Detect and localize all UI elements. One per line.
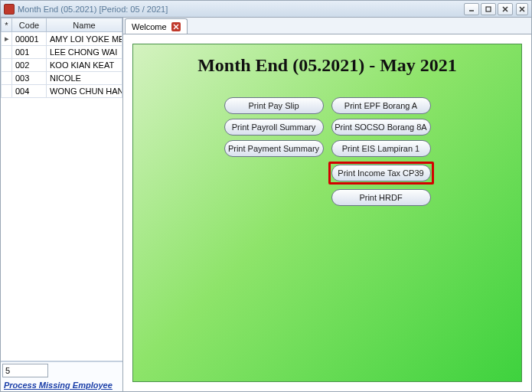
window-title: Month End (05.2021) [Period: 05 / 2021] bbox=[18, 5, 168, 14]
print-payment-summary-button[interactable]: Print Payment Summary bbox=[224, 140, 324, 157]
row-indicator bbox=[2, 85, 12, 98]
cell-code: 00001 bbox=[12, 32, 47, 46]
svg-rect-1 bbox=[486, 7, 491, 11]
print-hrdf-button[interactable]: Print HRDF bbox=[331, 189, 431, 206]
app-icon bbox=[4, 4, 15, 15]
tab-label: Welcome bbox=[132, 22, 167, 31]
table-row[interactable]: 004WONG CHUN HAN bbox=[2, 85, 122, 98]
print-socso-button[interactable]: Print SOCSO Borang 8A bbox=[331, 119, 431, 136]
record-count-input[interactable] bbox=[2, 364, 48, 377]
highlight-box: Print Income Tax CP39 bbox=[328, 162, 434, 185]
print-payroll-summary-button[interactable]: Print Payroll Summary bbox=[224, 119, 324, 136]
cell-code: 002 bbox=[12, 59, 47, 72]
titlebar: Month End (05.2021) [Period: 05 / 2021] bbox=[1, 1, 531, 18]
tabstrip: Welcome bbox=[123, 18, 531, 34]
cell-name: NICOLE bbox=[47, 72, 122, 85]
print-epf-button[interactable]: Print EPF Borang A bbox=[331, 97, 431, 114]
cell-name: KOO KIAN KEAT bbox=[47, 59, 122, 72]
grid-header-row: * Code Name bbox=[2, 18, 122, 32]
close-icon bbox=[501, 5, 509, 13]
cell-name: LEE CHONG WAI bbox=[47, 46, 122, 59]
sidebar: * Code Name ▸00001AMY LOI YOKE MEI001LEE… bbox=[1, 18, 123, 391]
cell-code: 001 bbox=[12, 46, 47, 59]
employee-grid[interactable]: * Code Name ▸00001AMY LOI YOKE MEI001LEE… bbox=[1, 18, 122, 98]
cell-code: 003 bbox=[12, 72, 47, 85]
panel-title: Month End (05.2021) - May 2021 bbox=[133, 55, 521, 76]
employee-grid-wrap: * Code Name ▸00001AMY LOI YOKE MEI001LEE… bbox=[1, 18, 122, 361]
row-indicator bbox=[2, 72, 12, 85]
grid-header-marker[interactable]: * bbox=[2, 18, 12, 32]
maximize-button[interactable] bbox=[481, 3, 496, 15]
window-close-outer-button[interactable] bbox=[516, 3, 528, 15]
cell-code: 004 bbox=[12, 85, 47, 98]
minimize-button[interactable] bbox=[464, 3, 479, 15]
close-button[interactable] bbox=[498, 3, 513, 15]
process-missing-employee-link[interactable]: Process Missing Employee bbox=[1, 379, 122, 391]
tab-welcome[interactable]: Welcome bbox=[125, 18, 188, 34]
print-eis-button[interactable]: Print EIS Lampiran 1 bbox=[331, 140, 431, 157]
close-icon bbox=[173, 24, 179, 30]
maximize-icon bbox=[485, 5, 492, 13]
body: * Code Name ▸00001AMY LOI YOKE MEI001LEE… bbox=[1, 18, 531, 391]
cell-name: AMY LOI YOKE MEI bbox=[47, 32, 122, 46]
grid-header-code[interactable]: Code bbox=[12, 18, 47, 32]
row-indicator: ▸ bbox=[2, 32, 12, 46]
row-indicator bbox=[2, 46, 12, 59]
button-grid: Print Pay Slip Print EPF Borang A Print … bbox=[133, 97, 521, 206]
month-end-panel: Month End (05.2021) - May 2021 Print Pay… bbox=[132, 44, 522, 382]
row-indicator bbox=[2, 59, 12, 72]
app-window: Month End (05.2021) [Period: 05 / 2021] bbox=[0, 0, 532, 392]
table-row[interactable]: 002KOO KIAN KEAT bbox=[2, 59, 122, 72]
table-row[interactable]: 001LEE CHONG WAI bbox=[2, 46, 122, 59]
close-icon bbox=[518, 5, 526, 13]
print-pay-slip-button[interactable]: Print Pay Slip bbox=[224, 97, 324, 114]
table-row[interactable]: 003NICOLE bbox=[2, 72, 122, 85]
tab-close-button[interactable] bbox=[171, 22, 181, 31]
cell-name: WONG CHUN HAN bbox=[47, 85, 122, 98]
table-row[interactable]: ▸00001AMY LOI YOKE MEI bbox=[2, 32, 122, 46]
content-area: Month End (05.2021) - May 2021 Print Pay… bbox=[123, 34, 531, 391]
grid-count-row bbox=[1, 361, 122, 379]
print-income-tax-button[interactable]: Print Income Tax CP39 bbox=[331, 165, 431, 181]
grid-header-name[interactable]: Name bbox=[47, 18, 122, 32]
minimize-icon bbox=[468, 5, 475, 13]
main-area: Welcome Month End (05.2021) - May 2021 P… bbox=[123, 18, 531, 391]
